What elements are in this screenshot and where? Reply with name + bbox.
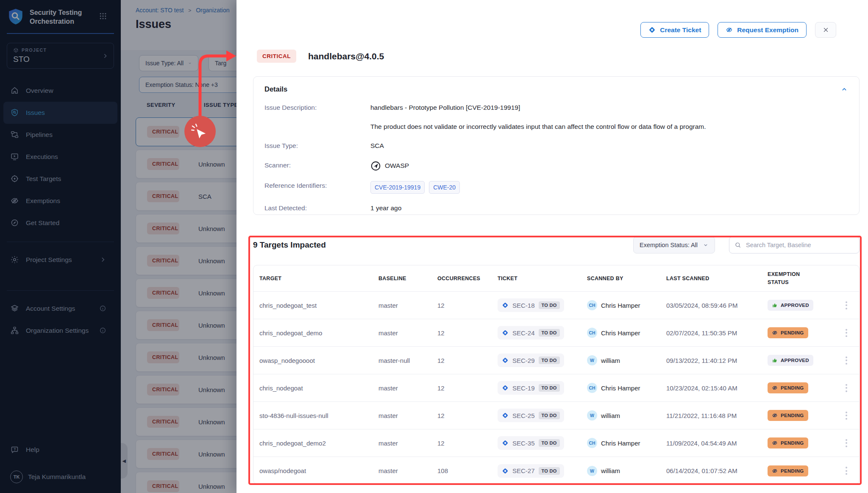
exemption-status-badge: PENDING <box>768 327 808 338</box>
ticket-link[interactable]: SEC-25TO DO <box>498 409 564 422</box>
target-row[interactable]: owasp/nodegoatmaster108SEC-27TO DOWwilli… <box>253 457 859 484</box>
details-card-header: Details <box>264 85 848 93</box>
search-input[interactable] <box>745 241 854 249</box>
exemption-status-badge: PENDING <box>768 465 808 476</box>
thumbs-up-icon <box>772 357 778 363</box>
ticket-id: SEC-27 <box>512 467 535 474</box>
occurrences-cell: 12 <box>437 412 498 419</box>
ticket-diamond-icon <box>502 357 509 364</box>
issue-description-line1: handlebars - Prototype Pollution [CVE-20… <box>370 104 520 111</box>
detail-label: Reference Identifiers: <box>264 181 370 194</box>
targets-column-header: TARGET <box>259 276 378 281</box>
targets-column-header: TICKET <box>498 276 587 281</box>
issue-description-line2: The product does not validate or incorre… <box>370 123 706 130</box>
targets-search[interactable] <box>729 237 860 253</box>
baseline-cell: master <box>378 440 437 447</box>
row-menu-button[interactable] <box>843 354 850 367</box>
exemption-status-label: APPROVED <box>781 303 809 308</box>
ticket-id: SEC-25 <box>512 412 535 419</box>
exemption-status-badge: APPROVED <box>768 355 813 366</box>
detail-value: SCA <box>370 141 384 150</box>
chevron-up-icon[interactable] <box>840 86 848 93</box>
scanned-by-cell: CHChris Hamper <box>587 328 666 338</box>
scanned-by-cell: CHChris Hamper <box>587 383 666 393</box>
ticket-diamond-icon <box>502 329 509 336</box>
scanned-by-name: william <box>601 467 620 474</box>
last-scanned-cell: 11/09/2024, 04:54:49 AM <box>666 440 768 447</box>
targets-column-header: BASELINE <box>378 276 437 281</box>
target-row[interactable]: chris_nodegoat_testmaster12SEC-18TO DOCH… <box>253 292 859 319</box>
ticket-status-chip: TO DO <box>539 301 560 309</box>
create-ticket-button[interactable]: Create Ticket <box>640 22 709 38</box>
target-name-cell: chris_nodegoat <box>259 384 378 392</box>
ticket-status-chip: TO DO <box>539 467 560 475</box>
scanned-by-name: Chris Hamper <box>601 302 640 309</box>
occurrences-cell: 12 <box>437 357 498 364</box>
chevron-down-icon <box>703 242 709 248</box>
occurrences-cell: 12 <box>437 384 498 392</box>
target-row[interactable]: chris_nodegoat_demo2master12SEC-35TO DOC… <box>253 429 859 457</box>
row-menu-button[interactable] <box>843 464 850 477</box>
scanned-by-name: william <box>601 357 620 364</box>
eye-off-icon <box>726 26 733 33</box>
eye-off-icon <box>772 385 778 391</box>
reference-identifier-chip[interactable]: CWE-20 <box>429 181 460 194</box>
eye-off-icon <box>772 412 778 418</box>
scanned-by-avatar: CH <box>587 300 597 310</box>
ticket-link[interactable]: SEC-24TO DO <box>498 326 564 340</box>
row-menu-button[interactable] <box>843 437 850 450</box>
eye-off-icon <box>772 440 778 446</box>
scanned-by-name: Chris Hamper <box>601 384 640 392</box>
ticket-link[interactable]: SEC-19TO DO <box>498 381 564 395</box>
last-scanned-cell: 03/05/2024, 08:59:46 PM <box>666 302 768 309</box>
targets-header: 9 Targets Impacted Exemption Status: All <box>253 237 860 253</box>
owasp-scanner-icon <box>370 161 381 171</box>
target-name-cell: owasp/nodegoat <box>259 467 378 474</box>
scanned-by-avatar: CH <box>587 383 597 393</box>
target-row[interactable]: chris_nodegoatmaster12SEC-19TO DOCHChris… <box>253 374 859 402</box>
detail-label: Scanner: <box>264 161 370 171</box>
target-row[interactable]: sto-4836-null-issues-nullmaster12SEC-25T… <box>253 402 859 429</box>
ticket-link[interactable]: SEC-27TO DO <box>498 464 564 478</box>
targets-exemption-filter-label: Exemption Status: All <box>640 242 698 248</box>
ticket-diamond-icon <box>502 440 509 446</box>
close-drawer-button[interactable] <box>815 22 836 38</box>
row-menu-button[interactable] <box>843 382 850 395</box>
details-heading: Details <box>264 85 287 93</box>
request-exemption-button[interactable]: Request Exemption <box>718 22 807 38</box>
exemption-status-label: PENDING <box>781 440 804 446</box>
scanned-by-avatar: W <box>587 466 597 476</box>
eye-off-icon <box>772 330 778 336</box>
row-menu-button[interactable] <box>843 299 850 312</box>
target-name-cell: chris_nodegoat_test <box>259 302 378 309</box>
row-menu-button[interactable] <box>843 409 850 422</box>
scanned-by-avatar: W <box>587 355 597 365</box>
occurrences-cell: 12 <box>437 302 498 309</box>
issue-header: CRITICAL handlebars@4.0.5 <box>257 50 384 63</box>
detail-value: OWASP <box>370 161 409 171</box>
target-name-cell: chris_nodegoat_demo2 <box>259 440 378 447</box>
target-row[interactable]: chris_nodegoat_demomaster12SEC-24TO DOCH… <box>253 319 859 347</box>
ticket-link[interactable]: SEC-18TO DO <box>498 298 564 312</box>
reference-identifier-chip[interactable]: CVE-2019-19919 <box>370 181 425 194</box>
detail-row-last-detected: Last Detected: 1 year ago <box>264 203 848 213</box>
last-scanned-cell: 09/13/2022, 11:40:12 PM <box>666 357 768 364</box>
targets-table: TARGETBASELINEOCCURRENCESTICKETSCANNED B… <box>253 265 860 484</box>
targets-column-header: SCANNED BY <box>587 276 666 281</box>
exemption-status-label: PENDING <box>781 330 804 335</box>
targets-exemption-filter[interactable]: Exemption Status: All <box>633 237 715 253</box>
target-row[interactable]: owasp_nodegooootmaster-null12SEC-29TO DO… <box>253 347 859 374</box>
scanned-by-cell: CHChris Hamper <box>587 438 666 448</box>
targets-heading: 9 Targets Impacted <box>253 240 326 250</box>
ticket-diamond-icon <box>648 26 656 33</box>
thumbs-up-icon <box>772 302 778 308</box>
exemption-status-badge: PENDING <box>768 382 808 393</box>
ticket-link[interactable]: SEC-29TO DO <box>498 354 564 367</box>
ticket-link[interactable]: SEC-35TO DO <box>498 436 564 450</box>
issue-title: handlebars@4.0.5 <box>308 51 384 61</box>
baseline-cell: master <box>378 302 437 309</box>
occurrences-cell: 108 <box>437 467 498 474</box>
row-menu-button[interactable] <box>843 326 850 340</box>
severity-badge: CRITICAL <box>257 50 296 63</box>
last-scanned-cell: 02/07/2024, 11:50:35 PM <box>666 329 768 337</box>
